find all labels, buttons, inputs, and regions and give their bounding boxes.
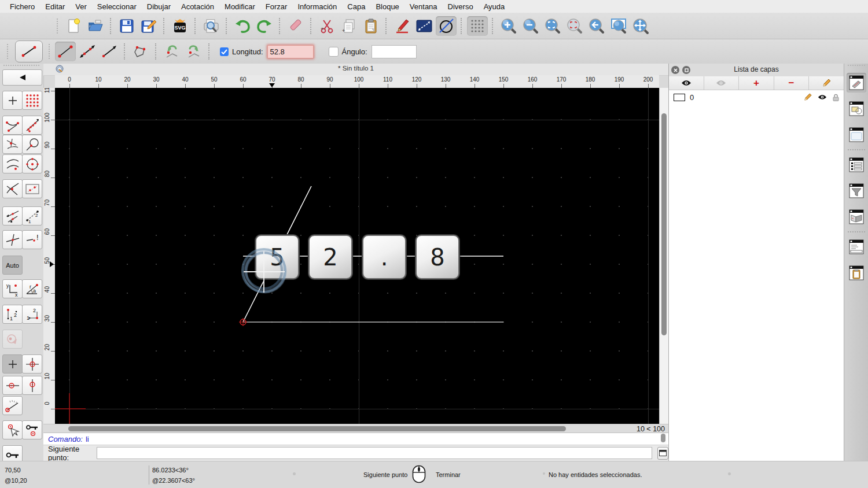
restrict-parallel-button[interactable] [2,206,23,225]
zoom-in-button[interactable] [498,16,519,36]
print-preview-button[interactable] [201,16,222,36]
toolbar-handle[interactable] [7,44,9,59]
layer-row[interactable]: 0 [669,91,844,103]
open-file-button[interactable] [85,16,106,36]
zoom-previous-button[interactable] [586,16,607,36]
zoom-selected-button[interactable] [564,16,585,36]
relative-zero-target-button[interactable] [22,354,42,374]
angle-gauge-button[interactable] [2,396,23,415]
snap-tangent-button[interactable] [22,135,42,154]
angle-input[interactable] [372,45,417,58]
back-button[interactable] [2,69,42,86]
coordinate-polar-button[interactable]: ra [22,279,42,298]
menu-bloque[interactable]: Bloque [370,1,404,13]
circle-line-tool-button[interactable] [436,16,457,36]
hide-all-layers-button[interactable] [704,76,740,90]
menu-dibujar[interactable]: Dibujar [142,1,176,13]
zoom-window-button[interactable] [608,16,629,36]
edit-layer-button[interactable] [809,76,844,90]
restrict-crossing-button[interactable] [2,230,23,249]
drawing-canvas[interactable]: 52.8 [55,88,659,424]
dock-block-list-button[interactable] [847,99,866,119]
menu-información[interactable]: Información [292,1,342,13]
command-history[interactable]: Comando: li [43,432,668,445]
dock-command-widget-button[interactable] [847,237,866,257]
layer-lock-icon[interactable] [833,94,839,101]
menu-editar[interactable]: Editar [40,1,70,13]
layer-color-swatch[interactable] [674,94,685,101]
menu-ayuda[interactable]: Ayuda [479,1,510,13]
zoom-auto-button[interactable] [542,16,563,36]
menu-acotación[interactable]: Acotación [176,1,219,13]
snap-intersection-button[interactable] [2,179,23,198]
length-checkbox[interactable] [220,47,229,56]
snap-endpoint-button[interactable] [2,116,23,135]
menu-forzar[interactable]: Forzar [260,1,293,13]
menu-diverso[interactable]: Diverso [443,1,479,13]
redo-button[interactable] [254,16,275,36]
add-layer-button[interactable]: + [739,76,774,90]
save-button[interactable] [116,16,137,36]
line-angle-button[interactable] [77,42,98,61]
delete-button[interactable] [285,16,306,36]
target-vertical-button[interactable] [22,376,42,395]
snap-center-button[interactable] [22,154,42,173]
remove-layer-button[interactable]: − [774,76,810,90]
layer-visibility-icon[interactable] [818,94,827,100]
command-scrollbar[interactable] [660,433,667,444]
restrict-exclusive-button[interactable]: ! [22,230,42,249]
snap-restriction-box-button[interactable] [22,179,42,198]
menu-ver[interactable]: Ver [70,1,92,13]
vertical-scrollbar[interactable] [659,88,669,424]
menu-modificar[interactable]: Modificar [219,1,260,13]
toolbar-handle[interactable] [848,65,865,66]
corner-2-1-button[interactable]: 12 [22,305,42,324]
snap-distance-button[interactable] [2,154,23,173]
menu-ventana[interactable]: Ventana [404,1,443,13]
menu-fichero[interactable]: Fichero [5,1,40,13]
undo-button[interactable] [232,16,253,36]
toolbar-handle[interactable] [57,19,59,34]
new-document-button[interactable] [63,16,84,36]
layer-edit-icon[interactable] [804,93,812,101]
command-scrollbar-thumb[interactable] [661,434,665,442]
line-two-points-button[interactable] [55,42,76,61]
snap-on-entity-button[interactable] [22,116,42,135]
angle-checkbox[interactable] [329,47,339,57]
coordinate-cartesian-button[interactable]: yx [2,279,23,298]
polyline-button[interactable] [130,42,151,61]
dock-clipboard-button[interactable] [847,263,866,283]
horizontal-scrollbar[interactable]: 10 < 100 [43,424,668,433]
snap-free-button[interactable] [2,91,23,110]
keyboard-toggle-button[interactable] [657,447,668,460]
show-all-layers-button[interactable] [669,76,704,90]
snap-intersection-manual-button[interactable] [2,135,23,154]
snap-sequence-button[interactable]: 12 [22,206,42,225]
toolbar-handle[interactable] [49,44,51,59]
export-svg-button[interactable]: SVG [170,16,190,36]
relative-zero-plus-button[interactable] [2,354,23,374]
command-input[interactable] [97,447,652,459]
menu-seleccionar[interactable]: Seleccionar [92,1,142,13]
snap-auto-button[interactable]: Auto [2,256,23,275]
current-tool-indicator[interactable] [15,40,43,62]
key-target-button[interactable] [22,420,42,439]
dock-wall-button[interactable]: ≋ [847,207,866,227]
grid-toggle-button[interactable] [467,16,488,36]
menu-capa[interactable]: Capa [342,1,370,13]
target-horizontal-button[interactable] [2,376,23,395]
pointer-target-button[interactable] [2,420,23,439]
zoom-out-button[interactable] [520,16,541,36]
save-as-button[interactable] [138,16,159,36]
horizontal-scrollbar-thumb[interactable] [68,426,566,431]
vertical-scrollbar-thumb[interactable] [661,113,667,335]
length-input[interactable]: 52.8 [267,45,314,58]
snap-grid-button[interactable] [22,91,42,110]
corner-1-2-button[interactable]: 12 [2,305,23,324]
cut-button[interactable]: + [317,16,337,36]
draw-pen-button[interactable] [392,16,413,36]
toolbar-handle[interactable] [3,65,39,66]
copy-button[interactable]: + [339,16,359,36]
dock-filter-button[interactable] [847,181,866,201]
line-horizontal-button[interactable] [99,42,120,61]
